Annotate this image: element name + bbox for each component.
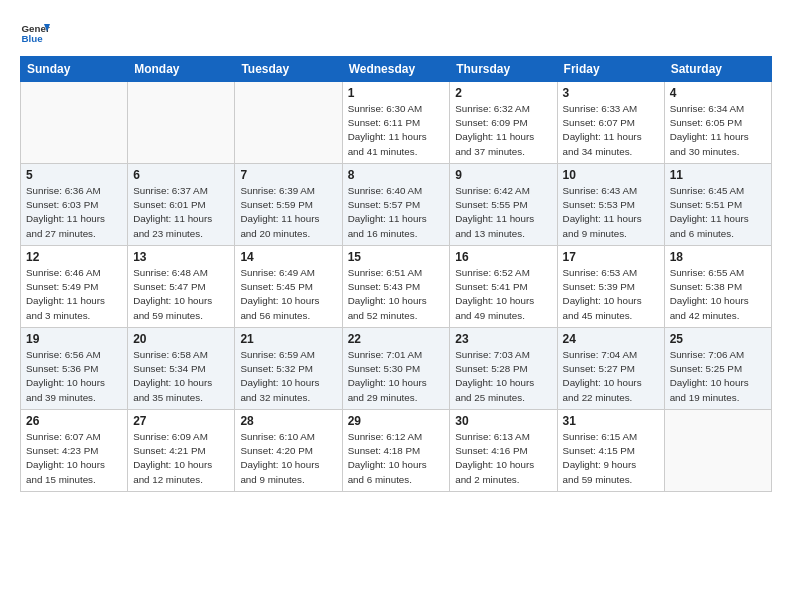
day-number: 19 <box>26 332 122 346</box>
day-info: Sunrise: 6:51 AM Sunset: 5:43 PM Dayligh… <box>348 266 445 323</box>
calendar-cell: 23Sunrise: 7:03 AM Sunset: 5:28 PM Dayli… <box>450 328 557 410</box>
calendar-cell: 3Sunrise: 6:33 AM Sunset: 6:07 PM Daylig… <box>557 82 664 164</box>
day-number: 27 <box>133 414 229 428</box>
day-number: 20 <box>133 332 229 346</box>
calendar-cell: 12Sunrise: 6:46 AM Sunset: 5:49 PM Dayli… <box>21 246 128 328</box>
calendar-cell: 27Sunrise: 6:09 AM Sunset: 4:21 PM Dayli… <box>128 410 235 492</box>
calendar-cell: 11Sunrise: 6:45 AM Sunset: 5:51 PM Dayli… <box>664 164 771 246</box>
calendar-cell: 10Sunrise: 6:43 AM Sunset: 5:53 PM Dayli… <box>557 164 664 246</box>
day-number: 22 <box>348 332 445 346</box>
day-number: 16 <box>455 250 551 264</box>
day-number: 10 <box>563 168 659 182</box>
calendar-cell: 13Sunrise: 6:48 AM Sunset: 5:47 PM Dayli… <box>128 246 235 328</box>
day-number: 14 <box>240 250 336 264</box>
day-number: 24 <box>563 332 659 346</box>
day-number: 1 <box>348 86 445 100</box>
day-number: 5 <box>26 168 122 182</box>
calendar-cell <box>235 82 342 164</box>
day-number: 3 <box>563 86 659 100</box>
day-info: Sunrise: 6:37 AM Sunset: 6:01 PM Dayligh… <box>133 184 229 241</box>
calendar-cell: 25Sunrise: 7:06 AM Sunset: 5:25 PM Dayli… <box>664 328 771 410</box>
calendar-cell: 4Sunrise: 6:34 AM Sunset: 6:05 PM Daylig… <box>664 82 771 164</box>
day-number: 2 <box>455 86 551 100</box>
day-info: Sunrise: 6:40 AM Sunset: 5:57 PM Dayligh… <box>348 184 445 241</box>
day-number: 15 <box>348 250 445 264</box>
logo-icon: General Blue <box>20 18 50 48</box>
day-header-friday: Friday <box>557 57 664 82</box>
calendar-cell: 21Sunrise: 6:59 AM Sunset: 5:32 PM Dayli… <box>235 328 342 410</box>
day-info: Sunrise: 6:49 AM Sunset: 5:45 PM Dayligh… <box>240 266 336 323</box>
day-info: Sunrise: 6:32 AM Sunset: 6:09 PM Dayligh… <box>455 102 551 159</box>
day-info: Sunrise: 6:10 AM Sunset: 4:20 PM Dayligh… <box>240 430 336 487</box>
calendar-cell: 6Sunrise: 6:37 AM Sunset: 6:01 PM Daylig… <box>128 164 235 246</box>
day-number: 8 <box>348 168 445 182</box>
calendar-cell: 17Sunrise: 6:53 AM Sunset: 5:39 PM Dayli… <box>557 246 664 328</box>
day-number: 30 <box>455 414 551 428</box>
calendar-cell: 24Sunrise: 7:04 AM Sunset: 5:27 PM Dayli… <box>557 328 664 410</box>
calendar-cell: 26Sunrise: 6:07 AM Sunset: 4:23 PM Dayli… <box>21 410 128 492</box>
calendar-cell <box>128 82 235 164</box>
day-info: Sunrise: 6:39 AM Sunset: 5:59 PM Dayligh… <box>240 184 336 241</box>
day-info: Sunrise: 6:13 AM Sunset: 4:16 PM Dayligh… <box>455 430 551 487</box>
header-row: SundayMondayTuesdayWednesdayThursdayFrid… <box>21 57 772 82</box>
day-number: 11 <box>670 168 766 182</box>
day-info: Sunrise: 6:15 AM Sunset: 4:15 PM Dayligh… <box>563 430 659 487</box>
day-info: Sunrise: 6:53 AM Sunset: 5:39 PM Dayligh… <box>563 266 659 323</box>
day-info: Sunrise: 6:30 AM Sunset: 6:11 PM Dayligh… <box>348 102 445 159</box>
day-info: Sunrise: 7:06 AM Sunset: 5:25 PM Dayligh… <box>670 348 766 405</box>
svg-text:Blue: Blue <box>22 33 44 44</box>
week-row-1: 1Sunrise: 6:30 AM Sunset: 6:11 PM Daylig… <box>21 82 772 164</box>
calendar-cell: 18Sunrise: 6:55 AM Sunset: 5:38 PM Dayli… <box>664 246 771 328</box>
day-info: Sunrise: 6:33 AM Sunset: 6:07 PM Dayligh… <box>563 102 659 159</box>
logo: General Blue <box>20 18 50 48</box>
calendar-cell: 29Sunrise: 6:12 AM Sunset: 4:18 PM Dayli… <box>342 410 450 492</box>
calendar-cell <box>664 410 771 492</box>
calendar-table: SundayMondayTuesdayWednesdayThursdayFrid… <box>20 56 772 492</box>
calendar-cell: 19Sunrise: 6:56 AM Sunset: 5:36 PM Dayli… <box>21 328 128 410</box>
calendar-cell: 15Sunrise: 6:51 AM Sunset: 5:43 PM Dayli… <box>342 246 450 328</box>
calendar-cell: 1Sunrise: 6:30 AM Sunset: 6:11 PM Daylig… <box>342 82 450 164</box>
calendar-cell: 7Sunrise: 6:39 AM Sunset: 5:59 PM Daylig… <box>235 164 342 246</box>
calendar-cell: 5Sunrise: 6:36 AM Sunset: 6:03 PM Daylig… <box>21 164 128 246</box>
day-number: 12 <box>26 250 122 264</box>
calendar-cell: 31Sunrise: 6:15 AM Sunset: 4:15 PM Dayli… <box>557 410 664 492</box>
day-header-sunday: Sunday <box>21 57 128 82</box>
day-info: Sunrise: 6:12 AM Sunset: 4:18 PM Dayligh… <box>348 430 445 487</box>
calendar-cell: 20Sunrise: 6:58 AM Sunset: 5:34 PM Dayli… <box>128 328 235 410</box>
calendar-cell: 14Sunrise: 6:49 AM Sunset: 5:45 PM Dayli… <box>235 246 342 328</box>
day-number: 31 <box>563 414 659 428</box>
week-row-3: 12Sunrise: 6:46 AM Sunset: 5:49 PM Dayli… <box>21 246 772 328</box>
calendar-cell <box>21 82 128 164</box>
day-number: 25 <box>670 332 766 346</box>
day-info: Sunrise: 6:59 AM Sunset: 5:32 PM Dayligh… <box>240 348 336 405</box>
day-info: Sunrise: 7:01 AM Sunset: 5:30 PM Dayligh… <box>348 348 445 405</box>
day-info: Sunrise: 6:07 AM Sunset: 4:23 PM Dayligh… <box>26 430 122 487</box>
day-info: Sunrise: 6:58 AM Sunset: 5:34 PM Dayligh… <box>133 348 229 405</box>
day-number: 18 <box>670 250 766 264</box>
week-row-5: 26Sunrise: 6:07 AM Sunset: 4:23 PM Dayli… <box>21 410 772 492</box>
day-number: 17 <box>563 250 659 264</box>
calendar-cell: 9Sunrise: 6:42 AM Sunset: 5:55 PM Daylig… <box>450 164 557 246</box>
day-header-thursday: Thursday <box>450 57 557 82</box>
day-info: Sunrise: 7:03 AM Sunset: 5:28 PM Dayligh… <box>455 348 551 405</box>
day-number: 6 <box>133 168 229 182</box>
day-info: Sunrise: 6:34 AM Sunset: 6:05 PM Dayligh… <box>670 102 766 159</box>
header: General Blue <box>20 18 772 48</box>
day-info: Sunrise: 6:52 AM Sunset: 5:41 PM Dayligh… <box>455 266 551 323</box>
day-number: 13 <box>133 250 229 264</box>
calendar-cell: 2Sunrise: 6:32 AM Sunset: 6:09 PM Daylig… <box>450 82 557 164</box>
day-number: 7 <box>240 168 336 182</box>
day-number: 28 <box>240 414 336 428</box>
day-header-tuesday: Tuesday <box>235 57 342 82</box>
day-number: 29 <box>348 414 445 428</box>
day-info: Sunrise: 6:55 AM Sunset: 5:38 PM Dayligh… <box>670 266 766 323</box>
day-number: 26 <box>26 414 122 428</box>
day-info: Sunrise: 6:42 AM Sunset: 5:55 PM Dayligh… <box>455 184 551 241</box>
day-number: 9 <box>455 168 551 182</box>
day-info: Sunrise: 7:04 AM Sunset: 5:27 PM Dayligh… <box>563 348 659 405</box>
week-row-2: 5Sunrise: 6:36 AM Sunset: 6:03 PM Daylig… <box>21 164 772 246</box>
day-info: Sunrise: 6:46 AM Sunset: 5:49 PM Dayligh… <box>26 266 122 323</box>
calendar-cell: 16Sunrise: 6:52 AM Sunset: 5:41 PM Dayli… <box>450 246 557 328</box>
day-info: Sunrise: 6:36 AM Sunset: 6:03 PM Dayligh… <box>26 184 122 241</box>
day-header-saturday: Saturday <box>664 57 771 82</box>
